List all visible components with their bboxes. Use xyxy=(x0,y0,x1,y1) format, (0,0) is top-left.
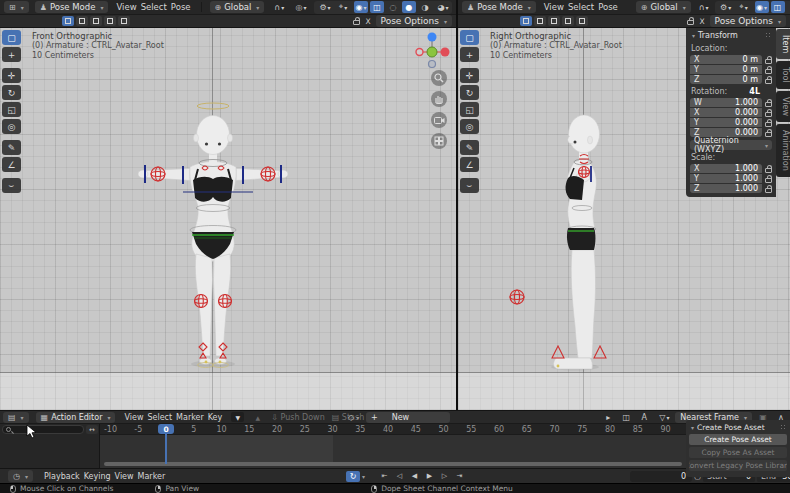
timeline-ruler[interactable]: -10-551015202530354045505560657075808590 xyxy=(0,424,790,435)
location-field[interactable]: Z0 m xyxy=(690,75,772,84)
dope-sheet-mode-dropdown[interactable]: ▦Action Editor▾ xyxy=(36,412,116,423)
scale-tool[interactable]: ◱ xyxy=(2,102,21,117)
scale-field[interactable]: Y1.000 xyxy=(690,174,772,183)
camera-view-button[interactable] xyxy=(431,112,447,128)
panel-grip-icon[interactable] xyxy=(765,32,772,39)
xray-toggle-icon[interactable]: ◫▾ xyxy=(771,1,785,13)
dope-sheet-menu[interactable]: Key xyxy=(206,413,225,422)
push-down-button[interactable]: ⇩ Push Down xyxy=(271,413,324,422)
channel-search-input[interactable] xyxy=(2,425,84,434)
viewport-menu[interactable]: Select xyxy=(139,2,169,12)
editor-type-dropdown[interactable]: ▤▾ xyxy=(3,412,29,423)
select-mode-intersect[interactable] xyxy=(118,16,130,26)
transform-orientation-dropdown[interactable]: ⊕Global▾ xyxy=(636,1,691,13)
horizontal-scrollbar[interactable] xyxy=(104,462,682,466)
current-frame-field[interactable]: 0 xyxy=(630,471,692,482)
timeline-menu[interactable]: Keying xyxy=(82,472,113,481)
location-field[interactable]: Y0 m xyxy=(690,65,772,74)
shading-wireframe-icon[interactable]: ◌▾ xyxy=(386,1,400,13)
jump-to-start-button[interactable]: ⇤ xyxy=(378,471,391,482)
shading-material-preview-icon[interactable]: ◑▾ xyxy=(418,1,432,13)
select-box-tool[interactable]: ▢ xyxy=(2,30,21,45)
channel-region[interactable]: ↔ xyxy=(0,424,100,468)
show-overlays-icon[interactable]: ◉▾ xyxy=(755,1,769,13)
viewport-menu[interactable]: Pose xyxy=(169,2,193,12)
measure-tool[interactable]: ∠ xyxy=(2,157,21,172)
lock-icon[interactable] xyxy=(765,122,772,127)
viewport-menu[interactable]: Select xyxy=(566,2,596,12)
select-mode-subtract[interactable] xyxy=(90,16,102,26)
gizmo-x-axis[interactable] xyxy=(441,48,450,57)
snapping-magnet-icon[interactable]: ∩▾ xyxy=(272,1,286,13)
lock-icon[interactable] xyxy=(765,188,772,193)
select-mode-intersect[interactable] xyxy=(576,16,588,26)
location-field[interactable]: X0 m xyxy=(690,55,772,64)
viewport-canvas-front[interactable]: Front Orthographic (0) Armature : CTRL_A… xyxy=(0,28,456,410)
timeline-editor-type-dropdown[interactable]: ◷▾ xyxy=(8,470,33,482)
cursor-tool[interactable]: + xyxy=(460,47,479,62)
gizmo-x-neg-axis[interactable] xyxy=(416,49,423,56)
rotation-field[interactable]: X0.000 xyxy=(690,108,772,117)
move-tool[interactable]: ✛ xyxy=(460,68,479,83)
lock-icon[interactable] xyxy=(765,178,772,183)
show-overlays-icon[interactable]: ◉▾ xyxy=(354,1,368,13)
previous-keyframe-button[interactable]: ◁ xyxy=(393,471,406,482)
pose-breakdowner-tool[interactable]: ⌣ xyxy=(2,178,21,193)
annotate-tool[interactable]: ✎ xyxy=(460,140,479,155)
gizmo-z-axis[interactable] xyxy=(428,33,437,42)
lock-icon[interactable] xyxy=(765,168,772,173)
playhead-frame-label[interactable]: 0 xyxy=(158,424,174,434)
gizmo-y-axis[interactable] xyxy=(427,47,437,57)
show-gizmo-icon[interactable]: ⌖▾ xyxy=(737,1,751,13)
move-view-hand-button[interactable] xyxy=(431,91,447,107)
convert-legacy-pose-library-button[interactable]: Convert Legacy Pose Library xyxy=(689,460,787,471)
select-mode-subtract[interactable] xyxy=(548,16,560,26)
browse-action-up-button[interactable]: ▲ xyxy=(251,412,264,422)
select-mode-new[interactable] xyxy=(62,16,74,26)
transform-tool[interactable]: ◎ xyxy=(2,119,21,134)
xray-toggle-icon[interactable]: ◫▾ xyxy=(370,1,384,13)
dope-sheet-menu[interactable]: Marker xyxy=(174,413,206,422)
playback-sync-toggle[interactable]: ↻▾ xyxy=(346,471,365,482)
perspective-ortho-toggle-button[interactable] xyxy=(431,133,447,149)
select-box-tool[interactable]: ▢ xyxy=(460,30,479,45)
rotation-field[interactable]: Y0.000 xyxy=(690,118,772,127)
scale-field[interactable]: X1.000 xyxy=(690,164,772,173)
editor-type-dropdown[interactable]: ⊞▾ xyxy=(4,1,29,13)
navigation-gizmo[interactable] xyxy=(414,30,450,68)
play-reverse-button[interactable]: ◀ xyxy=(408,471,421,482)
snapping-magnet-icon[interactable]: ∩▾ xyxy=(699,1,709,13)
show-gizmo-icon[interactable]: ⌖▾ xyxy=(336,1,350,13)
gizmo-z-neg-axis[interactable] xyxy=(429,61,436,68)
shading-wireframe-icon[interactable]: ◌▾ xyxy=(787,1,790,13)
pose-options-dropdown[interactable]: Pose Options▾ xyxy=(376,15,452,27)
shading-rendered-icon[interactable]: ◕▾ xyxy=(436,1,450,13)
lock-icon[interactable] xyxy=(765,69,772,74)
select-mode-invert[interactable] xyxy=(562,16,574,26)
character-front-view[interactable] xyxy=(128,88,298,378)
mode-dropdown[interactable]: ♟Pose Mode▾ xyxy=(35,1,109,13)
sidebar-tab[interactable]: Tool xyxy=(776,61,790,89)
lock-icon[interactable] xyxy=(765,59,772,64)
proportional-editing-icon[interactable]: ◎▾ xyxy=(294,1,308,13)
sidebar-tab[interactable]: Item xyxy=(776,29,790,59)
timeline-menu[interactable]: View xyxy=(113,472,136,481)
pose-breakdowner-tool[interactable]: ⌣ xyxy=(460,178,479,193)
lock-object-modes-icon[interactable] xyxy=(687,20,694,25)
rotate-tool[interactable]: ↻ xyxy=(460,85,479,100)
active-tool-icon[interactable]: ⚙▾ xyxy=(719,1,733,13)
pose-options-dropdown[interactable]: Pose Options▾ xyxy=(710,15,786,27)
sidebar-tab[interactable]: Animation xyxy=(776,124,790,177)
lock-icon[interactable] xyxy=(765,79,772,84)
create-pose-asset-button[interactable]: Create Pose Asset xyxy=(689,434,787,445)
active-tool-icon[interactable]: ⚙▾ xyxy=(318,1,332,13)
annotate-tool[interactable]: ✎ xyxy=(2,140,21,155)
timeline-menu[interactable]: Playback xyxy=(42,472,82,481)
scale-tool[interactable]: ◱ xyxy=(460,102,479,117)
viewport-menu[interactable]: View xyxy=(114,2,138,12)
filter-icon[interactable]: ▽▾ xyxy=(657,411,671,423)
viewport-menu[interactable]: Pose xyxy=(596,2,620,12)
proportional-edit-icon[interactable]: ◫ xyxy=(619,411,633,423)
auto-snap-icon[interactable]: A xyxy=(637,411,651,423)
copy-pose-as-asset-button[interactable]: Copy Pose As Asset xyxy=(689,447,787,458)
